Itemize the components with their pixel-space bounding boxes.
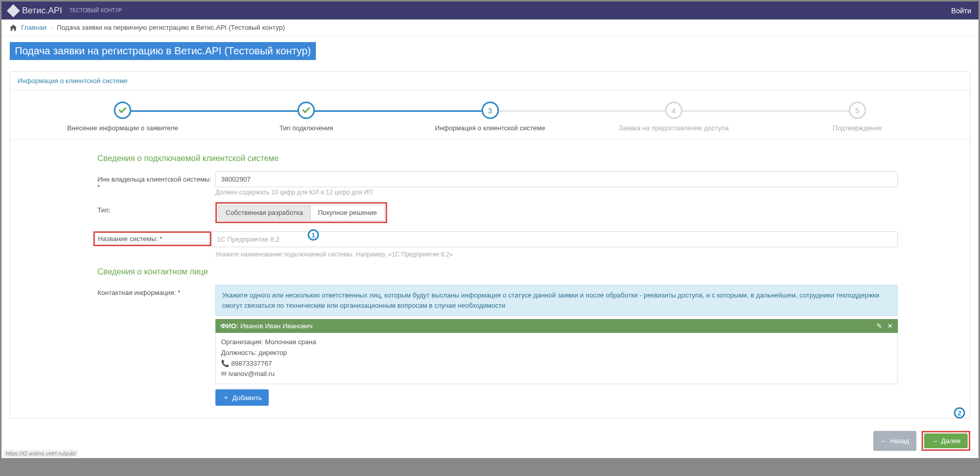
back-button[interactable]: ←Назад <box>873 431 916 451</box>
topbar: Ветис.API ТЕСТОВЫЙ КОНТУР Войти <box>2 2 978 19</box>
step-1: Внесение информации о заявителе <box>31 102 214 132</box>
breadcrumb-current: Подача заявки на первичную регистрацию в… <box>57 24 285 31</box>
home-icon <box>10 25 17 31</box>
status-url: https://t2-anlms.vetrf.ru/pub/ <box>4 450 78 457</box>
annotation-box-type: Собственная разработка Покупное решение <box>215 202 387 223</box>
breadcrumb-home[interactable]: Главная <box>21 24 46 31</box>
step-4: 4 Заявка на предоставление доступа <box>582 102 766 132</box>
inn-label: Инн владельца клиентской системы: * <box>97 171 215 191</box>
page-title: Подача заявки на регистрацию в Ветис.API… <box>10 42 316 60</box>
step-2: Тип подключения <box>214 102 398 132</box>
check-icon <box>303 105 311 113</box>
breadcrumb-sep: › <box>50 24 52 31</box>
inn-input[interactable] <box>215 171 898 187</box>
phone-icon: 📞 <box>221 360 229 367</box>
step-5: 5 Подтверждение <box>766 102 949 132</box>
sysname-label: Название системы: * <box>93 231 211 246</box>
brand-title: Ветис.API <box>22 6 62 16</box>
brand-subtitle: ТЕСТОВЫЙ КОНТУР <box>69 8 122 13</box>
edit-icon[interactable]: ✎ <box>876 322 882 330</box>
plus-icon: ＋ <box>223 393 229 402</box>
type-purchased-button[interactable]: Покупное решение <box>310 205 385 221</box>
arrow-right-icon: → <box>931 437 938 445</box>
add-contact-button[interactable]: ＋Добавить <box>215 389 269 406</box>
stepper: Внесение информации о заявителе Тип подк… <box>10 90 970 140</box>
breadcrumb: Главная › Подача заявки на первичную рег… <box>2 19 978 36</box>
sysname-hint: Укажите наименование подключаемой систем… <box>215 251 898 258</box>
type-label: Тип: <box>97 202 215 214</box>
close-icon[interactable]: ✕ <box>887 322 893 330</box>
main-panel: Информация о клиентской системе Внесение… <box>10 71 970 419</box>
inn-hint: Должен содержать 10 цифр для ЮЛ и 12 циф… <box>215 189 898 196</box>
arrow-left-icon: ← <box>881 437 887 445</box>
step-3: 3 Информация о клиентской системе <box>398 102 582 132</box>
login-link[interactable]: Войти <box>951 7 971 15</box>
contact-info-box: Укажите одного или нескольких ответствен… <box>215 285 898 316</box>
next-button[interactable]: →Далее <box>924 433 968 448</box>
type-own-button[interactable]: Собственная разработка <box>218 205 310 221</box>
check-icon <box>118 105 127 113</box>
mail-icon: ✉ <box>221 370 227 378</box>
brand: Ветис.API ТЕСТОВЫЙ КОНТУР <box>9 6 122 16</box>
contact-label: Контактная информация: * <box>97 285 215 296</box>
section-client-system: Сведения о подключаемой клиентской систе… <box>97 154 898 163</box>
panel-head: Информация о клиентской системе <box>10 72 970 90</box>
annotation-marker-1: 1 <box>308 229 319 241</box>
brand-icon <box>7 4 19 17</box>
section-contact: Сведения о контактном лице <box>97 267 898 276</box>
annotation-box-next: →Далее <box>922 431 970 451</box>
contact-card-head: ФИО: Иванов Иван Иванович ✎ ✕ <box>215 319 898 333</box>
contact-card-body: Организация: Молочная срана Должность: д… <box>215 333 898 384</box>
